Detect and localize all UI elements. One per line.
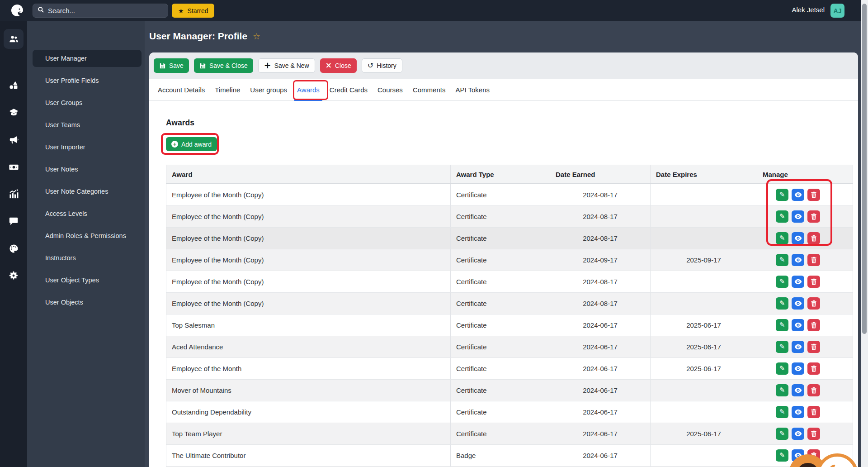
edit-button[interactable]: ✎ — [776, 319, 788, 331]
rail-bar-chart-icon[interactable] — [4, 184, 24, 204]
cell-award-type: Certificate — [450, 228, 550, 249]
sidebar-item-admin-roles-permissions[interactable]: Admin Roles & Permissions — [33, 227, 142, 244]
view-button[interactable] — [792, 297, 804, 310]
view-button[interactable] — [792, 384, 804, 396]
scrollbar-thumb[interactable] — [862, 4, 867, 334]
edit-button[interactable]: ✎ — [776, 276, 788, 288]
delete-button[interactable] — [807, 189, 820, 201]
edit-button[interactable]: ✎ — [776, 449, 788, 462]
delete-button[interactable] — [807, 232, 820, 244]
delete-button[interactable] — [807, 276, 820, 288]
view-button[interactable] — [792, 254, 804, 266]
save-and-close-button[interactable]: Save & Close — [194, 58, 253, 73]
sidebar: PEOPLE User ManagerUser Profile FieldsUs… — [27, 21, 145, 467]
delete-button[interactable] — [807, 362, 820, 375]
edit-button[interactable]: ✎ — [776, 406, 788, 418]
sidebar-item-user-groups[interactable]: User Groups — [33, 94, 142, 111]
rail-users-icon[interactable] — [4, 29, 24, 49]
tab-api-tokens[interactable]: API Tokens — [450, 79, 495, 100]
sidebar-item-user-objects[interactable]: User Objects — [33, 294, 142, 311]
save-button[interactable]: Save — [154, 58, 189, 73]
view-button[interactable] — [792, 232, 804, 244]
edit-button[interactable]: ✎ — [776, 362, 788, 375]
sidebar-item-user-notes[interactable]: User Notes — [33, 161, 142, 178]
search-input[interactable] — [48, 7, 163, 14]
pencil-icon: ✎ — [779, 387, 785, 394]
delete-button[interactable] — [807, 319, 820, 331]
edit-button[interactable]: ✎ — [776, 428, 788, 440]
view-button[interactable] — [792, 341, 804, 353]
rail-palette-icon[interactable] — [4, 238, 24, 258]
view-button[interactable] — [792, 428, 804, 440]
rail-gear-icon[interactable] — [4, 266, 24, 286]
view-button[interactable] — [792, 406, 804, 418]
edit-button[interactable]: ✎ — [776, 210, 788, 223]
tab-awards[interactable]: Awards — [292, 79, 325, 100]
rail-shapes-icon[interactable] — [4, 75, 24, 95]
delete-button[interactable] — [807, 297, 820, 310]
cell-date-earned: 2024-06-17 — [550, 380, 650, 401]
sidebar-item-user-profile-fields[interactable]: User Profile Fields — [33, 72, 142, 89]
sidebar-item-user-note-categories[interactable]: User Note Categories — [33, 183, 142, 200]
edit-button[interactable]: ✎ — [776, 384, 788, 396]
delete-button[interactable] — [807, 254, 820, 266]
view-button[interactable] — [792, 319, 804, 331]
view-button[interactable] — [792, 210, 804, 223]
delete-button[interactable] — [807, 210, 820, 223]
delete-button[interactable] — [807, 428, 820, 440]
delete-button[interactable] — [807, 384, 820, 396]
edit-button[interactable]: ✎ — [776, 232, 788, 244]
edit-button[interactable]: ✎ — [776, 297, 788, 310]
scrollbar-track[interactable] — [861, 0, 868, 467]
sidebar-item-user-teams[interactable]: User Teams — [33, 116, 142, 133]
cell-date-expires — [650, 184, 757, 205]
tab-courses[interactable]: Courses — [373, 79, 408, 100]
delete-button[interactable] — [807, 406, 820, 418]
view-button[interactable] — [792, 189, 804, 201]
column-header-award-type: Award Type — [450, 165, 550, 183]
table-row: Top Team PlayerCertificate2024-06-172025… — [166, 423, 853, 444]
table-row: The Ultimate ContributorBadge2024-06-17 … — [166, 444, 853, 466]
logo-elephant-icon[interactable] — [10, 3, 24, 18]
view-button[interactable] — [792, 362, 804, 375]
rail-megaphone-icon[interactable] — [4, 130, 24, 150]
edit-button[interactable]: ✎ — [776, 189, 788, 201]
tab-timeline[interactable]: Timeline — [210, 79, 245, 100]
sidebar-item-instructors[interactable]: Instructors — [33, 249, 142, 267]
table-row: Mover of MountainsCertificate2024-06-17 … — [166, 379, 853, 401]
view-button[interactable] — [792, 276, 804, 288]
table-row: Employee of the Month (Copy)Certificate2… — [166, 184, 853, 205]
tab-user-groups[interactable]: User groups — [245, 79, 292, 100]
sidebar-item-user-manager[interactable]: User Manager — [33, 50, 142, 67]
avatar[interactable]: AJ — [830, 4, 844, 18]
cell-date-expires: 2025-06-17 — [650, 423, 757, 444]
cell-award: Employee of the Month — [166, 358, 450, 379]
edit-button[interactable]: ✎ — [776, 341, 788, 353]
table-row: Employee of the MonthCertificate2024-06-… — [166, 357, 853, 379]
cell-award: Employee of the Month (Copy) — [166, 249, 450, 271]
add-award-button[interactable]: + Add award — [166, 137, 217, 151]
sidebar-item-user-object-types[interactable]: User Object Types — [33, 272, 142, 289]
cell-award-type: Certificate — [450, 249, 550, 271]
history-button[interactable]: ↺ History — [362, 58, 402, 73]
cell-award-type: Certificate — [450, 184, 550, 205]
close-button[interactable]: × Close — [320, 58, 357, 73]
cell-date-expires — [650, 271, 757, 292]
tab-comments[interactable]: Comments — [408, 79, 451, 100]
starred-button[interactable]: ★ Starred — [172, 4, 214, 18]
tab-credit-cards[interactable]: Credit Cards — [325, 79, 373, 100]
sidebar-item-user-importer[interactable]: User Importer — [33, 138, 142, 156]
save-and-new-button[interactable]: + Save & New — [258, 58, 315, 73]
eye-icon — [794, 322, 802, 329]
favorite-star-icon[interactable]: ☆ — [253, 32, 260, 41]
starred-label: Starred — [188, 7, 208, 14]
tab-account-details[interactable]: Account Details — [153, 79, 210, 100]
rail-chat-bubble-icon[interactable] — [4, 211, 24, 231]
edit-button[interactable]: ✎ — [776, 254, 788, 266]
rail-graduation-cap-icon[interactable] — [4, 102, 24, 122]
sidebar-item-access-levels[interactable]: Access Levels — [33, 205, 142, 222]
cell-date-earned: 2024-08-17 — [550, 206, 650, 227]
table-row: Employee of the Month (Copy)Certificate2… — [166, 292, 853, 314]
rail-money-icon[interactable] — [4, 157, 24, 177]
delete-button[interactable] — [807, 341, 820, 353]
